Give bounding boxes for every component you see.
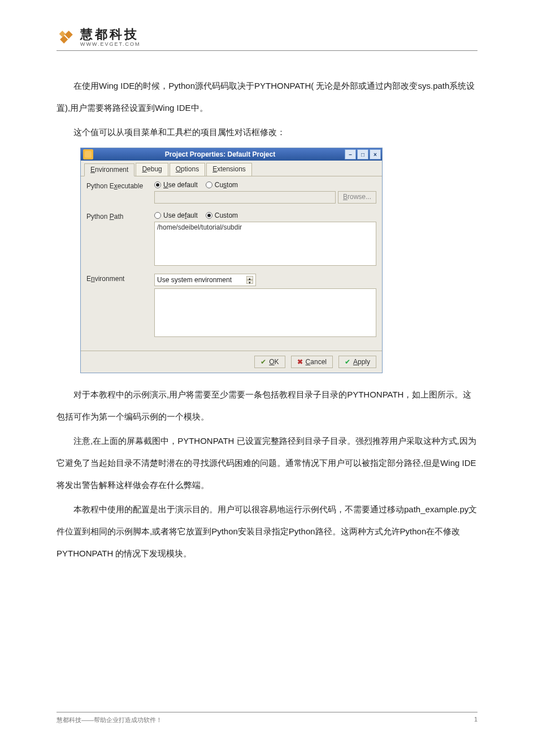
close-button[interactable]: ×	[370, 149, 381, 159]
label-python-executable: Python Executable	[86, 181, 154, 204]
page-footer: 慧都科技——帮助企业打造成功软件！ 1	[57, 712, 477, 724]
paragraph-3: 对于本教程中的示例演示,用户将需要至少需要一条包括教程目录子目录的PYTHONP…	[57, 383, 477, 427]
tab-extensions[interactable]: Extensions	[206, 163, 252, 176]
dialog-tabs: Environment Debug Options Extensions	[81, 161, 382, 176]
radio-path-use-default[interactable]: Use default	[154, 211, 198, 219]
paragraph-5: 本教程中使用的配置是出于演示目的。用户可以很容易地运行示例代码，不需要通过移动p…	[57, 498, 477, 564]
label-environment: Environment	[86, 274, 154, 337]
logo-icon	[57, 29, 75, 47]
svg-rect-0	[65, 31, 73, 38]
environment-textarea[interactable]	[154, 288, 376, 337]
ok-button[interactable]: ✔ OK	[254, 356, 285, 368]
minimize-button[interactable]: –	[345, 149, 356, 159]
environment-combo[interactable]: Use system environment ▴▾	[154, 274, 256, 286]
project-properties-dialog: Project Properties: Default Project – □ …	[80, 148, 383, 373]
radio-dot-icon	[206, 212, 212, 219]
radio-dot-icon	[206, 182, 212, 188]
radio-path-custom[interactable]: Custom	[206, 211, 238, 219]
python-path-textarea[interactable]: /home/sdeibel/tutorial/subdir	[154, 222, 376, 266]
environment-combo-value: Use system environment	[157, 276, 232, 284]
apply-icon: ✔	[345, 358, 350, 366]
exec-path-input[interactable]	[154, 191, 336, 204]
dialog-titlebar: Project Properties: Default Project – □ …	[81, 148, 382, 161]
dialog-title: Project Properties: Default Project	[95, 150, 345, 158]
paragraph-4: 注意,在上面的屏幕截图中，PYTHONPATH 已设置完整路径到目录子目录。强烈…	[57, 430, 477, 496]
apply-button[interactable]: ✔ Apply	[338, 356, 376, 368]
paragraph-1: 在使用Wing IDE的时候，Python源代码码取决于PYTHONPATH( …	[57, 75, 477, 119]
stepper-icon: ▴▾	[246, 276, 253, 284]
logo-text-en: WWW.EVGET.COM	[80, 42, 141, 47]
radio-exec-use-default[interactable]: Use default	[154, 181, 198, 189]
ok-icon: ✔	[261, 358, 266, 366]
tab-debug[interactable]: Debug	[136, 163, 168, 176]
svg-rect-2	[59, 31, 66, 37]
tab-options[interactable]: Options	[170, 163, 205, 176]
browse-button[interactable]: Browse...	[338, 191, 376, 204]
radio-dot-icon	[154, 212, 161, 219]
paragraph-2: 这个值可以从项目菜单和工具栏的项目属性对话框修改：	[57, 121, 477, 143]
app-icon	[83, 149, 93, 159]
logo-text-cn: 慧都科技	[80, 28, 141, 41]
label-python-path: Python Path	[86, 211, 154, 266]
footer-text: 慧都科技——帮助企业打造成功软件！	[57, 716, 162, 724]
radio-dot-icon	[154, 182, 161, 188]
cancel-icon: ✖	[297, 358, 303, 366]
page-number: 1	[474, 716, 477, 724]
tab-environment[interactable]: Environment	[84, 163, 134, 176]
radio-exec-custom[interactable]: Custom	[206, 181, 238, 189]
page-header: 慧都科技 WWW.EVGET.COM	[57, 28, 477, 51]
cancel-button[interactable]: ✖ Cancel	[291, 356, 333, 368]
maximize-button[interactable]: □	[357, 149, 368, 159]
